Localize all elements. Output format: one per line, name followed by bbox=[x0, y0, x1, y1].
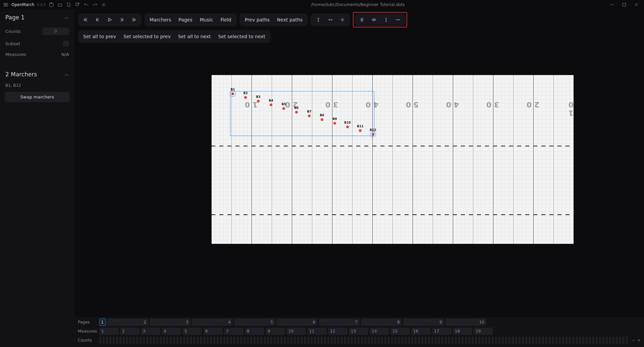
save-icon[interactable] bbox=[48, 2, 54, 8]
play-button[interactable] bbox=[104, 15, 115, 25]
measures-track[interactable]: 12345678910111213141516171819 bbox=[99, 328, 641, 335]
prev-page-button[interactable] bbox=[92, 15, 103, 25]
timeline-minus-icon[interactable]: − bbox=[632, 338, 635, 343]
canvas[interactable]: 1 02 03 04 05 04 03 02 01 0 B1B2B3B4B5B6… bbox=[74, 46, 644, 317]
distribute-vertical-button[interactable] bbox=[380, 15, 392, 25]
tab-marchers[interactable]: Marchers bbox=[146, 15, 174, 24]
field[interactable]: 1 02 03 04 05 04 03 02 01 0 B1B2B3B4B5B6… bbox=[211, 75, 574, 244]
page-chip-5[interactable]: 5 bbox=[234, 319, 275, 326]
next-page-button[interactable] bbox=[116, 15, 127, 25]
timeline: Pages 12345678910 Measures 1234567891011… bbox=[74, 317, 644, 347]
marcher-label: B5 bbox=[281, 102, 286, 106]
set-selected-prev-button[interactable]: Set selected to prev bbox=[120, 32, 174, 41]
counts-track[interactable] bbox=[99, 337, 629, 344]
hamburger-icon[interactable] bbox=[3, 2, 9, 8]
marcher-label: B9 bbox=[332, 117, 337, 121]
new-file-icon[interactable] bbox=[66, 2, 72, 8]
swap-marchers-button[interactable]: Swap marchers bbox=[5, 92, 70, 102]
svg-point-9 bbox=[386, 19, 387, 20]
measure-chip-12[interactable]: 12 bbox=[328, 328, 347, 335]
measure-chip-1[interactable]: 1 bbox=[99, 328, 119, 335]
svg-point-13 bbox=[399, 19, 400, 20]
page-chip-8[interactable]: 8 bbox=[361, 319, 402, 326]
tab-pages[interactable]: Pages bbox=[175, 15, 196, 24]
counts-input[interactable]: 0 bbox=[42, 27, 69, 35]
measures-value: N/A bbox=[61, 52, 69, 57]
measure-chip-7[interactable]: 7 bbox=[224, 328, 244, 335]
page-chip-4[interactable]: 4 bbox=[192, 319, 233, 326]
measure-chip-8[interactable]: 8 bbox=[245, 328, 264, 335]
tab-music[interactable]: Music bbox=[197, 15, 217, 24]
page-chip-1[interactable]: 1 bbox=[99, 319, 106, 326]
page-chip-10[interactable]: 10 bbox=[445, 319, 486, 326]
measure-chip-16[interactable]: 16 bbox=[411, 328, 431, 335]
marcher-B8[interactable] bbox=[321, 118, 323, 121]
tab-field[interactable]: Field bbox=[217, 15, 234, 24]
page-section-header[interactable]: Page 1 ︿ bbox=[3, 11, 71, 23]
marchers-section-header[interactable]: 2 Marchers ︿ bbox=[3, 68, 71, 80]
measure-chip-14[interactable]: 14 bbox=[370, 328, 389, 335]
undo-icon[interactable] bbox=[83, 2, 89, 8]
measure-chip-19[interactable]: 19 bbox=[474, 328, 493, 335]
marcher-label: B8 bbox=[320, 114, 324, 117]
close-icon[interactable] bbox=[633, 2, 639, 8]
measure-chip-3[interactable]: 3 bbox=[141, 328, 160, 335]
pages-track[interactable]: 12345678910 bbox=[99, 319, 641, 326]
timeline-plus-icon[interactable]: + bbox=[637, 338, 641, 343]
marcher-B7[interactable] bbox=[308, 115, 311, 117]
export-icon[interactable] bbox=[74, 2, 80, 8]
marcher-B3[interactable] bbox=[257, 100, 260, 102]
marcher-B9[interactable] bbox=[333, 122, 336, 125]
marcher-label: B11 bbox=[357, 125, 363, 128]
align-horizontal-center-button[interactable] bbox=[368, 15, 380, 25]
measure-chip-11[interactable]: 11 bbox=[307, 328, 327, 335]
measure-chip-10[interactable]: 10 bbox=[286, 328, 306, 335]
measure-chip-15[interactable]: 15 bbox=[390, 328, 410, 335]
counts-row: Counts 0 bbox=[3, 26, 71, 37]
marcher-B4[interactable] bbox=[270, 103, 272, 106]
snap-horizontal-button[interactable] bbox=[325, 15, 336, 25]
settings-icon[interactable] bbox=[101, 2, 107, 8]
marcher-label: B6 bbox=[294, 106, 299, 110]
snap-vertical-button[interactable] bbox=[313, 15, 324, 25]
minimize-icon[interactable] bbox=[609, 2, 615, 8]
maximize-icon[interactable] bbox=[621, 2, 627, 8]
marcher-B11[interactable] bbox=[359, 129, 362, 132]
marcher-B1[interactable] bbox=[231, 92, 234, 95]
marcher-B6[interactable] bbox=[295, 111, 298, 114]
measure-chip-18[interactable]: 18 bbox=[453, 328, 472, 335]
yard-label: 1 0 bbox=[567, 100, 574, 117]
page-chip-6[interactable]: 6 bbox=[276, 319, 317, 326]
page-chip-9[interactable]: 9 bbox=[403, 319, 444, 326]
first-page-button[interactable] bbox=[80, 15, 91, 25]
marcher-B5[interactable] bbox=[282, 107, 285, 110]
subset-label: Subset bbox=[5, 41, 20, 46]
align-vertical-center-button[interactable] bbox=[356, 15, 368, 25]
measure-chip-4[interactable]: 4 bbox=[162, 328, 181, 335]
marcher-B10[interactable] bbox=[346, 126, 349, 128]
page-chip-3[interactable]: 3 bbox=[150, 319, 191, 326]
measure-chip-2[interactable]: 2 bbox=[120, 328, 140, 335]
distribute-horizontal-button[interactable] bbox=[392, 15, 404, 25]
marcher-B12[interactable] bbox=[372, 133, 374, 136]
measure-chip-13[interactable]: 13 bbox=[349, 328, 368, 335]
title-bar: OpenMarch 0.0.5 /home/dukc/Documents/Beg… bbox=[0, 0, 644, 9]
measure-chip-6[interactable]: 6 bbox=[203, 328, 223, 335]
redo-icon[interactable] bbox=[92, 2, 98, 8]
set-all-next-button[interactable]: Set all to next bbox=[175, 32, 214, 41]
measure-chip-17[interactable]: 17 bbox=[432, 328, 451, 335]
open-icon[interactable] bbox=[57, 2, 63, 8]
measure-chip-5[interactable]: 5 bbox=[182, 328, 202, 335]
prev-paths-button[interactable]: Prev paths bbox=[241, 15, 273, 24]
set-selected-next-button[interactable]: Set selected to next bbox=[215, 32, 269, 41]
snap-group bbox=[311, 13, 350, 26]
page-chip-2[interactable]: 2 bbox=[107, 319, 148, 326]
next-paths-button[interactable]: Next paths bbox=[274, 15, 306, 24]
last-page-button[interactable] bbox=[128, 15, 140, 25]
measure-chip-9[interactable]: 9 bbox=[266, 328, 285, 335]
subset-checkbox[interactable] bbox=[63, 41, 69, 47]
page-chip-7[interactable]: 7 bbox=[319, 319, 360, 326]
marcher-B2[interactable] bbox=[244, 96, 247, 99]
set-all-prev-button[interactable]: Set all to prev bbox=[80, 32, 119, 41]
snap-to-grid-button[interactable] bbox=[337, 15, 348, 25]
